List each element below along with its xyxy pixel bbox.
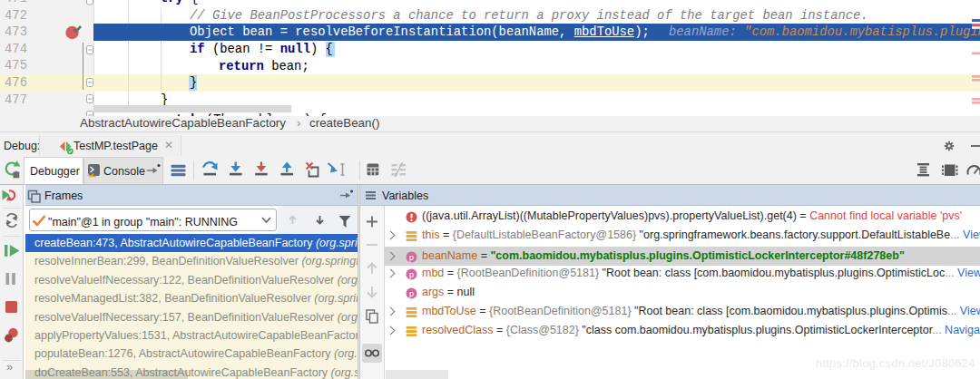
svg-text:p: p [409, 252, 414, 261]
svg-text:p: p [409, 270, 414, 279]
svg-text:p: p [409, 289, 414, 298]
